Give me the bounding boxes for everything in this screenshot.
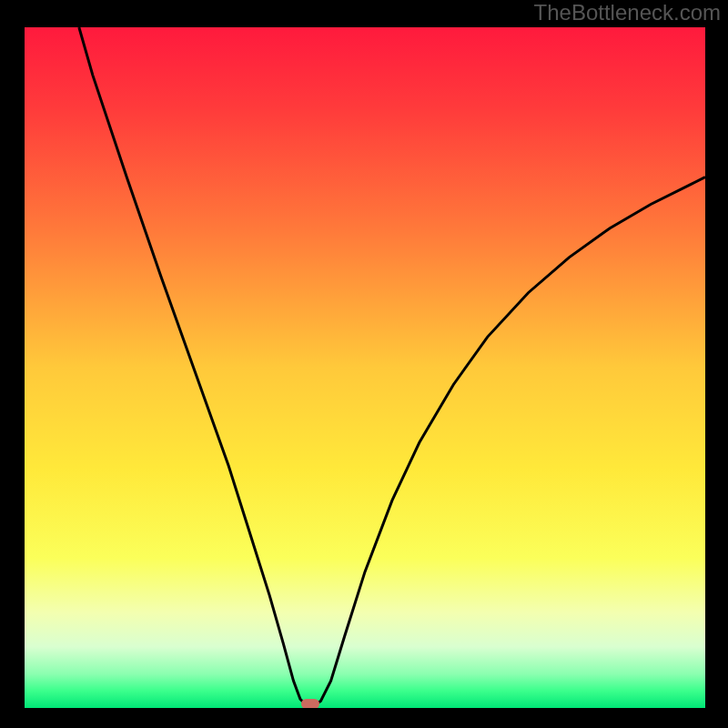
curve-svg xyxy=(25,27,705,708)
chart-frame: TheBottleneck.com xyxy=(0,0,728,728)
curve-line xyxy=(79,27,705,705)
attribution-label: TheBottleneck.com xyxy=(534,2,721,24)
min-point-marker xyxy=(301,699,318,708)
plot-area xyxy=(25,27,705,708)
